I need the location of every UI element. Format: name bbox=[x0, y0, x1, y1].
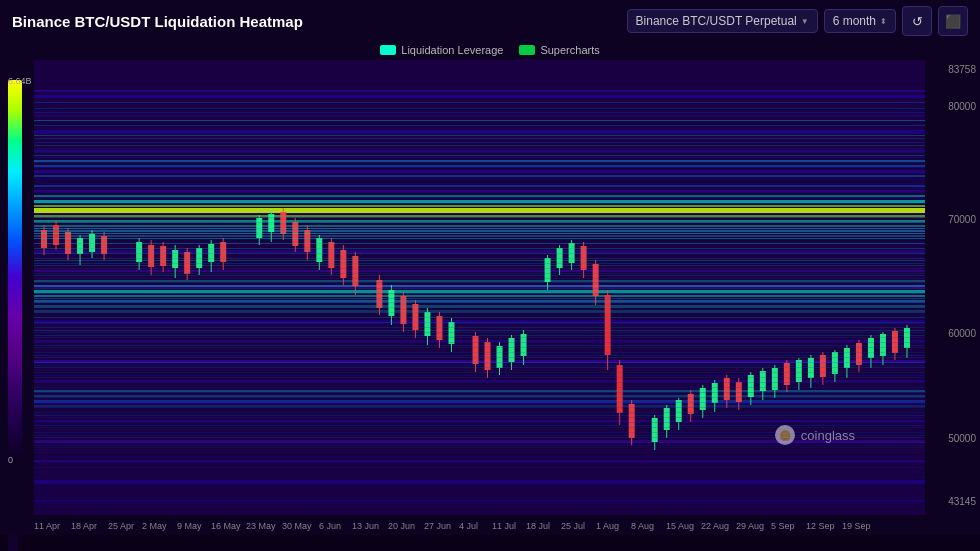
scale-label-bottom: 0 bbox=[8, 455, 13, 465]
pair-selector[interactable]: Binance BTC/USDT Perpetual ▼ bbox=[627, 9, 818, 33]
screenshot-button[interactable]: ⬛ bbox=[938, 6, 968, 36]
legend-color-liquidation bbox=[380, 45, 396, 55]
svg-rect-240 bbox=[34, 322, 925, 323]
svg-rect-30 bbox=[34, 225, 925, 227]
svg-rect-212 bbox=[34, 172, 925, 173]
svg-rect-204 bbox=[34, 125, 925, 126]
svg-rect-59 bbox=[34, 355, 925, 356]
watermark-text: coinglass bbox=[801, 428, 855, 443]
svg-rect-244 bbox=[34, 342, 925, 343]
price-label-60000: 60000 bbox=[948, 328, 976, 339]
svg-rect-224 bbox=[34, 243, 925, 244]
svg-rect-38 bbox=[34, 310, 925, 312]
svg-rect-218 bbox=[34, 203, 925, 204]
refresh-icon: ↺ bbox=[912, 14, 923, 29]
svg-rect-45 bbox=[34, 390, 925, 392]
price-label-43145: 43145 bbox=[948, 496, 976, 507]
svg-rect-303 bbox=[8, 535, 18, 551]
price-label-70000: 70000 bbox=[948, 214, 976, 225]
svg-rect-34 bbox=[34, 290, 925, 293]
svg-rect-274 bbox=[34, 492, 925, 493]
svg-rect-48 bbox=[34, 405, 925, 407]
refresh-button[interactable]: ↺ bbox=[902, 6, 932, 36]
svg-text:22 Aug: 22 Aug bbox=[701, 521, 729, 531]
svg-text:12 Sep: 12 Sep bbox=[806, 521, 835, 531]
svg-rect-202 bbox=[34, 108, 925, 109]
svg-rect-4 bbox=[34, 115, 925, 117]
svg-rect-31 bbox=[34, 195, 925, 197]
svg-text:29 Aug: 29 Aug bbox=[736, 521, 764, 531]
svg-text:16 May: 16 May bbox=[211, 521, 241, 531]
svg-rect-225 bbox=[34, 248, 925, 249]
svg-rect-18 bbox=[34, 380, 925, 382]
svg-rect-32 bbox=[34, 230, 925, 232]
svg-rect-260 bbox=[34, 422, 925, 423]
svg-rect-277 bbox=[34, 507, 925, 508]
minimap-area[interactable] bbox=[0, 535, 980, 551]
svg-rect-11 bbox=[34, 250, 925, 253]
time-selector[interactable]: 6 month ⬍ bbox=[824, 9, 896, 33]
svg-rect-275 bbox=[34, 497, 925, 498]
svg-rect-20 bbox=[34, 420, 925, 422]
svg-rect-165 bbox=[724, 378, 730, 400]
svg-text:15 Aug: 15 Aug bbox=[666, 521, 694, 531]
svg-rect-222 bbox=[34, 233, 925, 234]
time-arrow: ⬍ bbox=[880, 17, 887, 26]
svg-rect-53 bbox=[34, 260, 925, 261]
svg-rect-226 bbox=[34, 253, 925, 254]
svg-text:20 Jun: 20 Jun bbox=[388, 521, 415, 531]
svg-rect-175 bbox=[784, 363, 790, 385]
svg-rect-234 bbox=[34, 293, 925, 294]
svg-rect-127 bbox=[472, 336, 478, 364]
svg-rect-233 bbox=[34, 288, 925, 289]
svg-rect-256 bbox=[34, 402, 925, 403]
svg-text:23 May: 23 May bbox=[246, 521, 276, 531]
color-scale-bar bbox=[8, 80, 22, 460]
legend-item-supercharts: Supercharts bbox=[519, 44, 599, 56]
header-controls: Binance BTC/USDT Perpetual ▼ 6 month ⬍ ↺… bbox=[627, 6, 968, 36]
svg-rect-56 bbox=[34, 330, 925, 331]
svg-rect-12 bbox=[34, 270, 925, 272]
chart-area[interactable]: 🪙 coinglass bbox=[34, 60, 925, 515]
svg-rect-36 bbox=[34, 300, 925, 302]
svg-rect-54 bbox=[34, 265, 925, 266]
svg-rect-26 bbox=[34, 205, 925, 207]
svg-rect-65 bbox=[34, 445, 925, 446]
svg-rect-230 bbox=[34, 273, 925, 274]
svg-rect-211 bbox=[34, 167, 925, 168]
svg-rect-223 bbox=[34, 238, 925, 239]
svg-rect-29 bbox=[34, 220, 925, 222]
svg-rect-37 bbox=[34, 305, 925, 307]
svg-rect-47 bbox=[34, 400, 925, 402]
svg-text:18 Jul: 18 Jul bbox=[526, 521, 550, 531]
svg-rect-117 bbox=[400, 296, 406, 324]
svg-rect-49 bbox=[34, 120, 925, 121]
svg-rect-58 bbox=[34, 345, 925, 346]
svg-text:11 Jul: 11 Jul bbox=[492, 521, 516, 531]
svg-rect-266 bbox=[34, 452, 925, 453]
svg-rect-251 bbox=[34, 377, 925, 378]
svg-text:13 Jun: 13 Jun bbox=[352, 521, 379, 531]
svg-text:19 Sep: 19 Sep bbox=[842, 521, 871, 531]
svg-rect-219 bbox=[34, 217, 925, 218]
svg-rect-227 bbox=[34, 258, 925, 259]
svg-rect-147 bbox=[605, 295, 611, 355]
price-label-83758: 83758 bbox=[948, 64, 976, 75]
svg-rect-201 bbox=[34, 102, 925, 103]
svg-rect-210 bbox=[34, 162, 925, 163]
svg-rect-41 bbox=[34, 160, 925, 162]
svg-rect-28 bbox=[34, 200, 925, 203]
svg-rect-237 bbox=[34, 307, 925, 308]
svg-rect-181 bbox=[820, 355, 826, 377]
svg-rect-51 bbox=[34, 145, 925, 146]
svg-rect-111 bbox=[352, 256, 358, 286]
svg-rect-258 bbox=[34, 412, 925, 413]
svg-rect-238 bbox=[34, 312, 925, 313]
svg-rect-228 bbox=[34, 263, 925, 264]
svg-rect-269 bbox=[34, 467, 925, 468]
svg-rect-24 bbox=[34, 500, 925, 502]
x-axis: 11 Apr 18 Apr 25 Apr 2 May 9 May 16 May … bbox=[34, 515, 925, 535]
svg-rect-213 bbox=[34, 178, 925, 179]
svg-rect-208 bbox=[34, 152, 925, 153]
color-scale: 6.64B 0 bbox=[8, 60, 30, 515]
